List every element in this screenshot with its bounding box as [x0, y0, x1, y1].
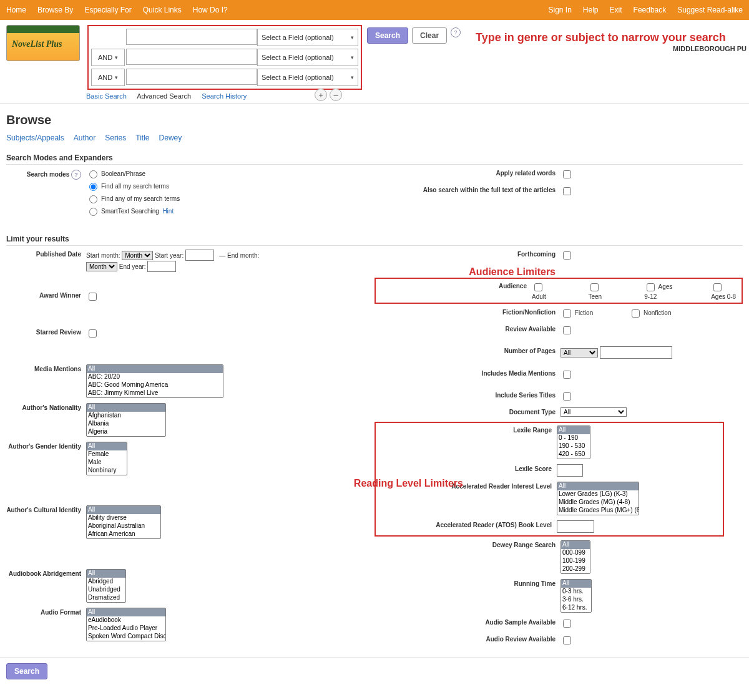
- fiction-checkbox[interactable]: [563, 309, 571, 318]
- mode-findall-radio[interactable]: [89, 183, 97, 191]
- forthcoming-checkbox[interactable]: [563, 251, 571, 260]
- field-select-1-label: Select a Field (optional): [262, 34, 334, 41]
- nav-how-do-i[interactable]: How Do I?: [193, 6, 228, 14]
- footer-search-bar: Search: [0, 658, 749, 684]
- media-label: Media Mentions: [6, 364, 86, 398]
- audience-9-12-checkbox[interactable]: [647, 283, 655, 291]
- search-term-1[interactable]: [126, 29, 257, 45]
- abridge-select[interactable]: AllAbridgedUnabridgedDramatized: [86, 569, 126, 603]
- fiction-label: Fiction/Nonfiction: [374, 308, 561, 319]
- related-words-label: Apply related words: [374, 168, 561, 180]
- advanced-search-tab[interactable]: Advanced Search: [137, 92, 191, 100]
- nav-exit[interactable]: Exit: [610, 6, 622, 14]
- tab-author[interactable]: Author: [74, 134, 95, 142]
- media-mentions-checkbox[interactable]: [563, 371, 571, 379]
- audience-label: Audience: [378, 281, 532, 300]
- bool-select-3[interactable]: AND: [91, 69, 125, 86]
- tab-series[interactable]: Series: [105, 134, 126, 142]
- bool-select-3-label: AND: [98, 74, 112, 81]
- tab-dewey[interactable]: Dewey: [159, 134, 182, 142]
- nav-especially-for[interactable]: Especially For: [84, 6, 131, 14]
- cultural-select[interactable]: AllAbility diverseAboriginal AustralianA…: [86, 505, 161, 539]
- field-select-1[interactable]: Select a Field (optional): [257, 29, 358, 46]
- help-icon[interactable]: ?: [71, 170, 81, 180]
- audience-teen-checkbox[interactable]: [590, 283, 599, 291]
- nav-sign-in[interactable]: Sign In: [549, 6, 572, 14]
- search-button[interactable]: Search: [367, 27, 408, 44]
- pages-input[interactable]: [600, 346, 672, 359]
- mode-findany-radio[interactable]: [89, 195, 97, 203]
- start-month-select[interactable]: Month: [122, 251, 153, 260]
- doctype-select[interactable]: All: [561, 407, 627, 417]
- search-subnav: Basic Search Advanced Search Search Hist…: [86, 92, 749, 100]
- audience-0-8-label: Ages 0-8: [711, 293, 736, 300]
- tab-subjects[interactable]: Subjects/Appeals: [6, 134, 64, 142]
- starred-label: Starred Review: [6, 328, 86, 339]
- starred-checkbox[interactable]: [89, 329, 97, 338]
- nav-browse-by[interactable]: Browse By: [37, 6, 73, 14]
- search-term-2[interactable]: [126, 49, 257, 65]
- fulltext-checkbox[interactable]: [563, 187, 571, 195]
- pages-op-select[interactable]: All: [561, 348, 598, 357]
- mode-boolean-radio[interactable]: [89, 170, 97, 178]
- award-label: Award Winner: [6, 291, 86, 303]
- end-month-select[interactable]: Month: [86, 262, 117, 271]
- pages-label: Number of Pages: [374, 346, 561, 359]
- bool-select-2[interactable]: AND: [91, 49, 125, 66]
- forthcoming-label: Forthcoming: [374, 250, 561, 261]
- running-select[interactable]: All0-3 hrs.3-6 hrs.6-12 hrs.: [561, 579, 592, 613]
- review-checkbox[interactable]: [563, 326, 571, 334]
- ar-book-input[interactable]: [557, 520, 594, 533]
- field-select-3[interactable]: Select a Field (optional): [257, 69, 358, 86]
- nav-help[interactable]: Help: [583, 6, 599, 14]
- top-nav-right: Sign In Help Exit Feedback Suggest Read-…: [549, 6, 743, 14]
- audience-0-8-checkbox[interactable]: [713, 283, 722, 291]
- nationality-select[interactable]: AllAfghanistanAlbaniaAlgeria: [86, 403, 166, 437]
- mode-boolean-label: Boolean/Phrase: [101, 170, 145, 177]
- help-icon[interactable]: ?: [451, 27, 461, 37]
- lexscore-input[interactable]: [557, 464, 583, 477]
- related-words-checkbox[interactable]: [563, 170, 571, 178]
- lexile-select[interactable]: All0 - 190190 - 530420 - 650: [557, 425, 590, 459]
- audiofmt-label: Audio Format: [6, 608, 86, 641]
- audiofmt-select[interactable]: AlleAudiobookPre-Loaded Audio PlayerSpok…: [86, 608, 166, 641]
- search-term-3[interactable]: [126, 69, 257, 85]
- lexile-label: Lexile Range: [376, 425, 557, 459]
- dewey-select[interactable]: All000-099100-199200-299: [561, 540, 590, 574]
- nonfiction-checkbox[interactable]: [632, 309, 640, 318]
- section-limit-heading: Limit your results: [6, 235, 743, 246]
- nationality-label: Author's Nationality: [6, 403, 86, 437]
- mode-smarttext-radio[interactable]: [89, 208, 97, 216]
- series-checkbox[interactable]: [563, 392, 571, 401]
- gender-label: Author's Gender Identity: [6, 442, 86, 475]
- dewey-label: Dewey Range Search: [374, 540, 561, 574]
- remove-row-button[interactable]: –: [330, 89, 342, 101]
- nav-quick-links[interactable]: Quick Links: [143, 6, 182, 14]
- ar-interest-select[interactable]: AllLower Grades (LG) (K-3)Middle Grades …: [557, 482, 639, 515]
- audience-adult-checkbox[interactable]: [534, 283, 542, 291]
- footer-search-button[interactable]: Search: [6, 663, 47, 679]
- start-year-input[interactable]: [185, 250, 214, 261]
- end-year-input[interactable]: [147, 261, 176, 272]
- novelist-logo[interactable]: NoveList Plus: [6, 25, 80, 61]
- gender-select[interactable]: AllFemaleMaleNonbinary: [86, 442, 127, 475]
- tab-title[interactable]: Title: [135, 134, 149, 142]
- award-checkbox[interactable]: [89, 293, 97, 301]
- search-history-link[interactable]: Search History: [202, 92, 247, 100]
- media-select[interactable]: AllABC: 20/20ABC: Good Morning AmericaAB…: [86, 364, 223, 398]
- add-row-button[interactable]: +: [315, 89, 327, 101]
- audiosample-label: Audio Sample Available: [374, 618, 561, 630]
- nav-feedback[interactable]: Feedback: [634, 6, 667, 14]
- basic-search-link[interactable]: Basic Search: [86, 92, 127, 100]
- modes-label: Search modes ?: [6, 168, 86, 218]
- separator: [0, 104, 749, 104]
- nav-home[interactable]: Home: [6, 6, 26, 14]
- audioreview-checkbox[interactable]: [563, 636, 571, 644]
- main-content: Browse Subjects/Appeals Author Series Ti…: [0, 113, 749, 658]
- field-select-2[interactable]: Select a Field (optional): [257, 49, 358, 66]
- hint-link[interactable]: Hint: [162, 208, 174, 215]
- clear-button[interactable]: Clear: [412, 27, 447, 44]
- bool-select-2-label: AND: [98, 54, 112, 61]
- audiosample-checkbox[interactable]: [563, 620, 571, 628]
- nav-suggest[interactable]: Suggest Read-alike: [677, 6, 743, 14]
